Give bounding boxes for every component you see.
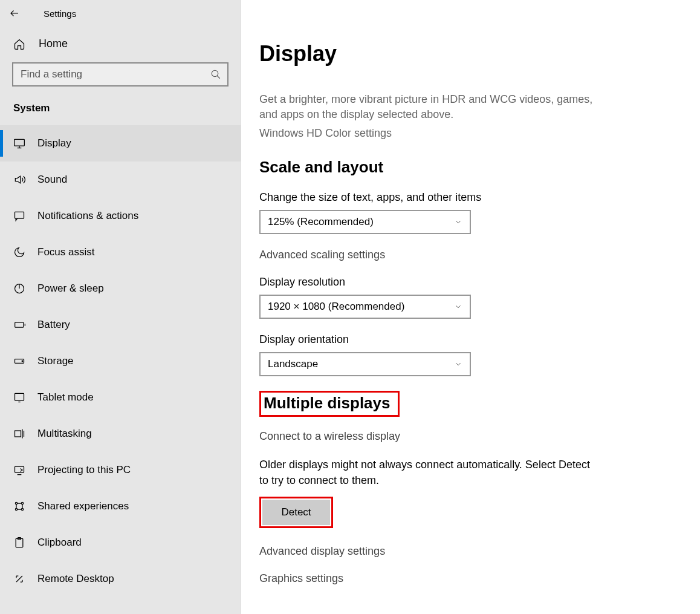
nav-label: Tablet mode — [37, 391, 94, 403]
section-scale-layout: Scale and layout — [259, 158, 700, 177]
nav-label: Clipboard — [37, 537, 82, 549]
svg-rect-2 — [15, 212, 24, 218]
svg-rect-1 — [15, 139, 25, 146]
nav-item-shared-experiences[interactable]: Shared experiences — [0, 488, 241, 524]
svg-rect-9 — [15, 466, 24, 472]
svg-point-12 — [15, 508, 17, 510]
resolution-value: 1920 × 1080 (Recommended) — [268, 301, 404, 313]
nav-label: Display — [37, 137, 71, 149]
window-titlebar: Settings — [0, 0, 241, 27]
svg-point-11 — [21, 502, 23, 504]
orientation-value: Landscape — [268, 358, 318, 370]
home-icon — [13, 38, 27, 50]
scale-size-value: 125% (Recommended) — [268, 216, 374, 228]
nav-item-notifications[interactable]: Notifications & actions — [0, 198, 241, 234]
nav-label: Notifications & actions — [37, 210, 138, 222]
nav-label: Shared experiences — [37, 500, 129, 512]
nav-item-power-sleep[interactable]: Power & sleep — [0, 270, 241, 307]
nav-list: Display Sound Notifications & actions Fo… — [0, 125, 241, 597]
nav-item-tablet-mode[interactable]: Tablet mode — [0, 379, 241, 416]
nav-item-storage[interactable]: Storage — [0, 343, 241, 379]
speaker-icon — [13, 174, 27, 186]
clipboard-icon — [13, 537, 27, 549]
chevron-down-icon — [454, 360, 462, 368]
nav-label: Power & sleep — [37, 283, 104, 295]
svg-rect-4 — [15, 322, 24, 327]
project-icon — [13, 464, 27, 476]
nav-item-multitasking[interactable]: Multitasking — [0, 416, 241, 452]
resolution-dropdown[interactable]: 1920 × 1080 (Recommended) — [259, 295, 471, 319]
back-button[interactable] — [7, 6, 22, 21]
main-content: Display Get a brighter, more vibrant pic… — [241, 0, 700, 614]
monitor-icon — [13, 137, 27, 149]
search-box[interactable] — [12, 62, 228, 87]
share-icon — [13, 500, 27, 512]
battery-icon — [13, 319, 27, 331]
nav-item-battery[interactable]: Battery — [0, 307, 241, 343]
drive-icon — [13, 355, 27, 367]
hdr-settings-link[interactable]: Windows HD Color settings — [259, 127, 700, 140]
nav-item-focus-assist[interactable]: Focus assist — [0, 234, 241, 270]
svg-point-0 — [212, 70, 218, 77]
home-nav[interactable]: Home — [0, 27, 241, 56]
section-label-system: System — [0, 97, 241, 125]
svg-point-13 — [21, 508, 23, 510]
arrow-left-icon — [9, 8, 20, 19]
nav-label: Sound — [37, 174, 67, 186]
svg-point-10 — [15, 502, 17, 504]
highlight-multiple-displays: Multiple displays — [259, 391, 400, 417]
nav-label: Projecting to this PC — [37, 464, 131, 476]
svg-rect-7 — [15, 393, 24, 400]
nav-item-sound[interactable]: Sound — [0, 162, 241, 198]
graphics-settings-link[interactable]: Graphics settings — [259, 572, 700, 585]
search-icon — [210, 69, 221, 80]
nav-label: Multitasking — [37, 428, 92, 440]
power-icon — [13, 283, 27, 295]
detect-description: Older displays might not always connect … — [259, 457, 598, 488]
nav-label: Focus assist — [37, 246, 94, 258]
orientation-dropdown[interactable]: Landscape — [259, 352, 471, 376]
search-input[interactable] — [19, 68, 210, 81]
scale-size-dropdown[interactable]: 125% (Recommended) — [259, 210, 471, 234]
orientation-label: Display orientation — [259, 333, 700, 346]
advanced-display-link[interactable]: Advanced display settings — [259, 545, 700, 558]
nav-item-display[interactable]: Display — [0, 125, 241, 162]
section-multiple-displays: Multiple displays — [264, 394, 391, 413]
resolution-label: Display resolution — [259, 276, 700, 289]
nav-label: Storage — [37, 355, 74, 367]
multitask-icon — [13, 428, 27, 440]
advanced-scaling-link[interactable]: Advanced scaling settings — [259, 249, 700, 261]
message-icon — [13, 210, 27, 222]
sidebar: Settings Home System Display — [0, 0, 241, 614]
tablet-icon — [13, 391, 27, 403]
nav-item-projecting[interactable]: Projecting to this PC — [0, 452, 241, 488]
svg-rect-8 — [15, 431, 21, 437]
home-label: Home — [39, 38, 68, 50]
moon-icon — [13, 246, 27, 258]
nav-item-remote-desktop[interactable]: Remote Desktop — [0, 561, 241, 597]
detect-button[interactable]: Detect — [262, 500, 330, 525]
window-title: Settings — [44, 8, 76, 19]
chevron-down-icon — [454, 218, 462, 226]
nav-label: Battery — [37, 319, 70, 331]
hdr-description: Get a brighter, more vibrant picture in … — [259, 92, 598, 122]
scale-size-label: Change the size of text, apps, and other… — [259, 191, 700, 204]
svg-point-6 — [22, 361, 23, 362]
chevron-down-icon — [454, 302, 462, 311]
page-title: Display — [259, 41, 700, 67]
remote-icon — [13, 573, 27, 585]
nav-item-clipboard[interactable]: Clipboard — [0, 524, 241, 561]
highlight-detect-button: Detect — [259, 497, 333, 528]
wireless-display-link[interactable]: Connect to a wireless display — [259, 430, 700, 443]
nav-label: Remote Desktop — [37, 573, 114, 585]
